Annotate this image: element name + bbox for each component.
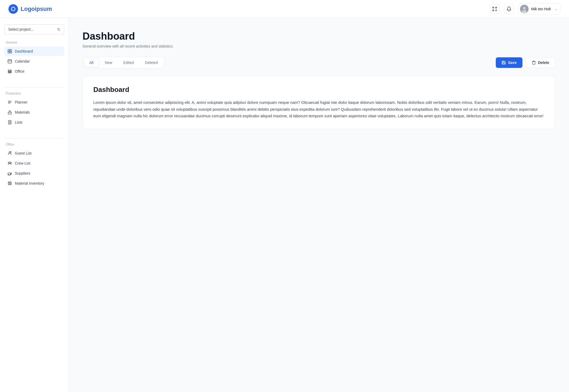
sidebar-item-suppliers[interactable]: Suppliers [4,169,64,178]
sidebar-item-office-label: Office [15,69,24,73]
svg-rect-30 [8,112,11,114]
action-buttons: Save Delete [496,57,555,68]
card-body: Lorem ipsum dolor sit, amet consectetur … [93,99,544,119]
page-title: Dashboard [82,31,555,42]
svg-rect-16 [8,60,12,63]
save-button[interactable]: Save [496,57,522,68]
delete-button[interactable]: Delete [526,57,555,68]
sidebar-item-crew-list[interactable]: Crew List [4,158,64,168]
user-name: Mik ten Holt [531,7,551,11]
svg-rect-39 [8,173,10,175]
bell-icon [506,6,512,12]
planner-icon [7,100,12,105]
main-layout: Select project... ⇅ General Dashboard [0,18,569,392]
filter-tabs: All New Edited Deleted [82,57,164,68]
card-title: Dashboard [93,86,544,94]
trash-icon [532,60,536,65]
svg-rect-4 [493,10,494,11]
svg-rect-12 [8,49,10,51]
project-select-text: Select project... [8,27,34,31]
materials-icon [7,110,12,115]
svg-rect-2 [493,7,494,8]
sidebar-item-office[interactable]: Office [4,67,64,76]
tab-new[interactable]: New [100,58,118,67]
sidebar-divider-2 [4,138,64,138]
logo-icon [8,4,18,14]
sidebar-item-materials-label: Materials [15,110,30,114]
section-label-office: Office [4,143,64,146]
notifications-button[interactable] [504,4,514,14]
svg-rect-13 [10,49,12,51]
sidebar-section-general: General Dashboard [4,41,64,77]
sidebar-item-material-inventory[interactable]: Material Inventory [4,179,64,188]
svg-rect-14 [8,52,10,53]
svg-point-10 [523,7,526,10]
sidebar-item-dashboard[interactable]: Dashboard [4,46,64,56]
sidebar-item-guest-list[interactable]: Guest List [4,148,64,158]
sidebar-item-calendar-label: Calendar [15,59,30,63]
scan-button[interactable] [490,4,500,14]
top-header: Logoipsum Mik te [0,0,569,18]
svg-point-40 [8,174,9,175]
dashboard-card: Dashboard Lorem ipsum dolor sit, amet co… [82,76,555,129]
tab-edited[interactable]: Edited [118,58,139,67]
project-select-chevron-icon: ⇅ [57,27,60,31]
sidebar-item-materials[interactable]: Materials [4,108,64,117]
svg-point-41 [11,174,11,175]
sidebar-item-material-inventory-label: Material Inventory [15,181,44,185]
svg-rect-3 [495,7,497,8]
scan-icon [492,6,497,12]
crew-list-icon [7,161,12,166]
sidebar-section-production: Production Planner Materials [4,92,64,128]
logo-text: Logoipsum [21,6,52,12]
sidebar: Select project... ⇅ General Dashboard [0,18,69,392]
main-content: Dashboard General overview with all rece… [69,18,569,392]
avatar-image [520,5,529,13]
svg-point-11 [522,10,527,13]
sidebar-section-office: Office Guest List [4,143,64,189]
sidebar-item-guest-list-label: Guest List [15,151,31,155]
lists-icon [7,120,12,125]
svg-point-0 [8,4,18,14]
tab-deleted[interactable]: Deleted [140,58,163,67]
save-icon [502,60,506,65]
sidebar-item-lists[interactable]: Lists [4,118,64,127]
dashboard-icon [7,49,12,54]
filter-bar: All New Edited Deleted Save [82,57,555,68]
office-icon [7,69,12,74]
sidebar-divider-1 [4,87,64,87]
sidebar-item-dashboard-label: Dashboard [15,49,33,53]
sidebar-item-lists-label: Lists [15,120,22,124]
logo-area: Logoipsum [8,4,52,14]
sidebar-item-calendar[interactable]: Calendar [4,57,64,66]
page-subtitle: General overview with all recent activit… [82,44,555,48]
user-menu[interactable]: Mik ten Holt ⌄ [518,3,561,15]
sidebar-item-crew-list-label: Crew List [15,161,30,165]
svg-point-1 [11,9,13,11]
header-right: Mik ten Holt ⌄ [490,3,561,15]
svg-point-38 [9,162,11,164]
project-select[interactable]: Select project... ⇅ [4,24,64,34]
sidebar-item-suppliers-label: Suppliers [15,171,30,175]
tab-all[interactable]: All [84,58,99,67]
guest-list-icon [7,151,12,156]
sidebar-item-planner-label: Planner [15,100,27,104]
svg-rect-24 [9,72,10,73]
avatar [520,5,529,13]
svg-point-29 [9,102,9,102]
section-label-production: Production [4,92,64,95]
material-inventory-icon [7,181,12,186]
chevron-down-icon: ⌄ [554,7,557,11]
suppliers-icon [7,171,12,176]
section-label-general: General [4,41,64,44]
calendar-icon [7,59,12,64]
svg-rect-15 [10,52,12,53]
sidebar-item-planner[interactable]: Planner [4,97,64,107]
svg-point-28 [9,101,9,101]
